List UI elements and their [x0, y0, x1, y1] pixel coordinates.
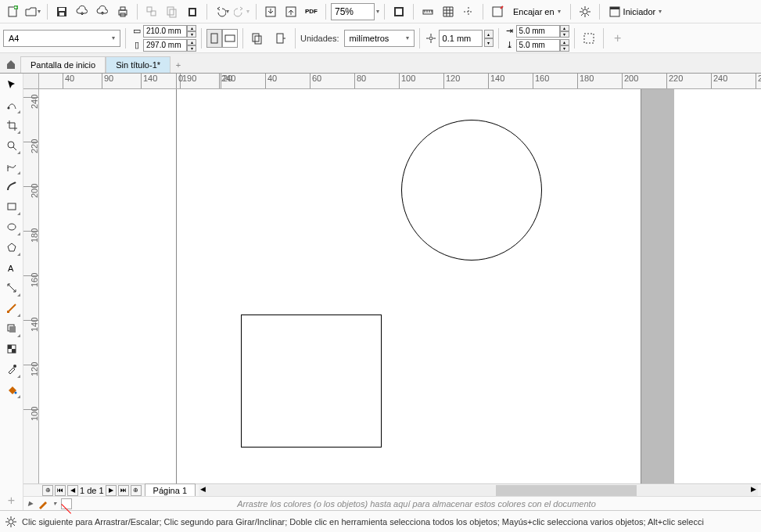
spin-down[interactable]: ▾: [484, 38, 494, 47]
spin-up[interactable]: ▴: [560, 25, 569, 31]
svg-rect-17: [396, 9, 402, 15]
page-size-value: A4: [9, 34, 19, 43]
cloud-down-icon[interactable]: [73, 2, 92, 21]
zoom-chevron-icon[interactable]: ▾: [376, 8, 379, 15]
iniciador-button[interactable]: Iniciador▾: [605, 2, 667, 21]
palette-chevron-icon[interactable]: ▶: [28, 500, 33, 507]
landscape-button[interactable]: [222, 29, 238, 48]
dup-x-input[interactable]: [516, 25, 560, 38]
snap-rulers-icon[interactable]: [418, 2, 437, 21]
connector-tool[interactable]: [2, 299, 21, 318]
rectangle-tool[interactable]: [2, 197, 21, 216]
pdf-icon[interactable]: PDF: [302, 2, 321, 21]
cut-icon[interactable]: [142, 2, 161, 21]
crop-tool[interactable]: [2, 116, 21, 135]
zoom-tool[interactable]: [2, 136, 21, 155]
page-height-input[interactable]: [143, 39, 187, 52]
dup-y-input[interactable]: [516, 39, 560, 52]
spin-up[interactable]: ▴: [187, 25, 196, 31]
paste-icon[interactable]: [183, 2, 202, 21]
svg-point-39: [13, 365, 16, 368]
text-tool[interactable]: A: [2, 258, 21, 277]
ruler-corner[interactable]: [23, 74, 39, 89]
gear-icon[interactable]: [5, 516, 17, 528]
duplicate-offset: ⇥▴▾ ⤓▴▾: [504, 25, 569, 52]
spin-down[interactable]: ▾: [560, 31, 569, 38]
import-icon[interactable]: [261, 2, 280, 21]
units-combo[interactable]: milímetros▾: [344, 30, 415, 47]
spin-up[interactable]: ▴: [560, 39, 569, 45]
pick-tool[interactable]: [2, 75, 21, 94]
ellipse-object[interactable]: [401, 120, 542, 261]
guidelines-icon[interactable]: [459, 2, 478, 21]
gear-icon[interactable]: [576, 2, 594, 21]
cloud-up-icon[interactable]: [93, 2, 112, 21]
tab-document[interactable]: Sin título-1*: [106, 56, 171, 73]
undo-icon[interactable]: ▾: [212, 2, 231, 21]
svg-text:A: A: [8, 264, 14, 273]
dimension-tool[interactable]: [2, 279, 21, 297]
new-icon[interactable]: [3, 2, 22, 21]
add-page-icon[interactable]: ⊕: [42, 485, 53, 496]
redo-icon[interactable]: ▾: [232, 2, 251, 21]
all-pages-icon[interactable]: [248, 29, 267, 48]
new-tab-button[interactable]: +: [171, 57, 186, 73]
grid-icon[interactable]: [439, 2, 458, 21]
page-navigator: ⊕ ⏮ ◀ 1 de 1 ▶ ⏭ ⊕ Página 1 ◀ ▶: [23, 483, 761, 496]
height-icon: ▯: [131, 40, 143, 50]
scrollbar-thumb[interactable]: [496, 485, 637, 496]
next-page-button[interactable]: ▶: [106, 485, 117, 496]
current-page-icon[interactable]: [271, 29, 290, 48]
treat-as-filled-icon[interactable]: [580, 29, 598, 48]
drop-shadow-tool[interactable]: [2, 319, 21, 338]
svg-rect-22: [610, 7, 619, 9]
save-icon[interactable]: [52, 2, 71, 21]
spin-up[interactable]: ▴: [484, 30, 494, 38]
encajar-button[interactable]: Encajar en▾: [508, 2, 565, 21]
palette-hint: Arrastre los colores (o los objetos) has…: [77, 499, 756, 509]
first-page-button[interactable]: ⏮: [55, 485, 66, 496]
svg-rect-23: [211, 34, 217, 43]
shape-tool[interactable]: [2, 95, 21, 114]
transparency-tool[interactable]: [2, 340, 21, 358]
fullscreen-icon[interactable]: [389, 2, 408, 21]
freehand-tool[interactable]: [2, 156, 21, 175]
ellipse-tool[interactable]: [2, 217, 21, 236]
add-icon[interactable]: +: [608, 29, 627, 48]
spin-up[interactable]: ▴: [187, 39, 196, 45]
drawing-canvas[interactable]: [39, 89, 761, 483]
print-icon[interactable]: [113, 2, 132, 21]
spin-down[interactable]: ▾: [187, 31, 196, 38]
last-page-button[interactable]: ⏭: [118, 485, 129, 496]
tab-home[interactable]: Pantalla de inicio: [20, 56, 106, 73]
portrait-button[interactable]: [206, 29, 222, 48]
export-icon[interactable]: [282, 2, 300, 21]
page-tab[interactable]: Página 1: [145, 483, 196, 497]
spin-down[interactable]: ▾: [560, 45, 569, 52]
vertical-ruler[interactable]: 240 220 200 180 160 140 120 100: [23, 89, 39, 483]
page-size-combo[interactable]: A4▾: [3, 30, 120, 47]
palette-pen-icon[interactable]: [38, 498, 48, 509]
polygon-tool[interactable]: [2, 238, 21, 257]
add-page-after-icon[interactable]: ⊕: [131, 485, 142, 496]
horizontal-scrollbar[interactable]: ◀ ▶: [199, 485, 758, 496]
svg-rect-10: [167, 7, 174, 15]
palette-dropdown-icon[interactable]: ▾: [53, 500, 56, 507]
fill-tool[interactable]: [2, 380, 21, 399]
prev-page-button[interactable]: ◀: [67, 485, 78, 496]
options-icon[interactable]: [488, 2, 507, 21]
nudge-input[interactable]: [439, 30, 483, 47]
spin-down[interactable]: ▾: [187, 45, 196, 52]
artistic-media-tool[interactable]: [2, 177, 21, 196]
page-width-input[interactable]: [143, 25, 187, 38]
eyedropper-tool[interactable]: [2, 360, 21, 379]
home-icon[interactable]: [2, 56, 20, 73]
nudge-icon: [425, 32, 437, 45]
open-icon[interactable]: ▾: [23, 2, 42, 21]
copy-icon[interactable]: [163, 2, 181, 21]
no-color-swatch[interactable]: [61, 498, 72, 509]
rectangle-object[interactable]: [241, 315, 382, 448]
zoom-input[interactable]: [331, 3, 375, 20]
horizontal-ruler[interactable]: 40 90 140 190 240 0 20 40 60 80 100 120 …: [39, 74, 761, 89]
add-tool-button[interactable]: +: [2, 491, 21, 510]
